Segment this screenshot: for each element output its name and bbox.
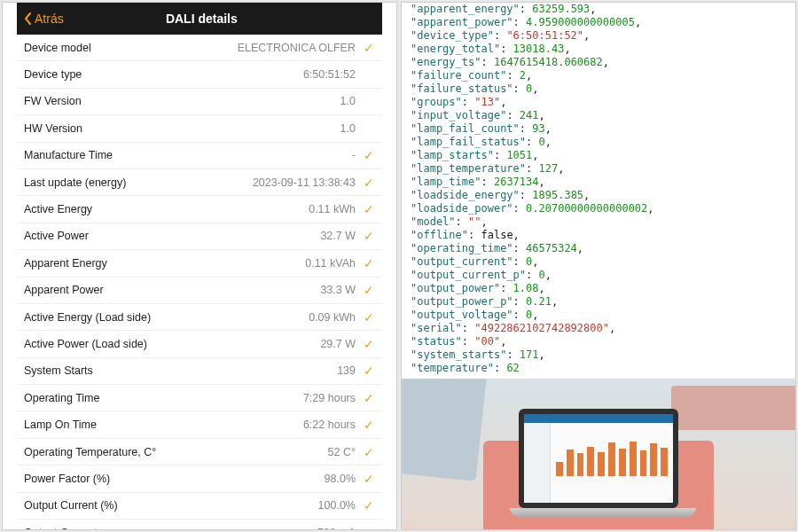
check-icon: ✓: [363, 149, 375, 161]
check-icon: ✓: [363, 499, 375, 512]
check-icon: ✓: [363, 176, 375, 189]
detail-row[interactable]: Operating Temperature, C°52 C°✓: [17, 439, 382, 466]
check-icon: ✓: [363, 527, 375, 530]
chart-bar: [577, 453, 584, 476]
detail-label: Power Factor (%): [24, 473, 325, 485]
chart-bar: [587, 447, 594, 476]
detail-row[interactable]: Apparent Power33.3 W✓: [17, 278, 382, 304]
detail-row[interactable]: FW Version1.0: [17, 89, 382, 115]
detail-value: 33.3 W: [320, 284, 356, 296]
detail-value: 29.7 W: [320, 338, 356, 350]
detail-row[interactable]: Power Factor (%)98.0%✓: [17, 466, 382, 492]
detail-value: 0.11 kVAh: [305, 257, 356, 270]
check-icon: ✓: [363, 446, 375, 458]
detail-value: 32.7 W: [320, 230, 356, 242]
chart-bar: [630, 442, 637, 476]
detail-label: System Starts: [24, 364, 337, 377]
decor-cube: [402, 379, 487, 481]
decor-block: [671, 386, 795, 430]
detail-label: Last update (energy): [24, 176, 253, 189]
check-icon: ✓: [363, 419, 375, 431]
detail-label: Device type: [24, 68, 303, 81]
check-icon: ✓: [363, 392, 375, 404]
page-title: DALI details: [28, 12, 375, 26]
chart-bar: [567, 450, 574, 476]
detail-label: Operating Temperature, C°: [24, 446, 328, 458]
check-icon: ✓: [363, 42, 375, 54]
detail-row[interactable]: System Starts139✓: [17, 358, 382, 385]
detail-value: 100.0%: [318, 499, 356, 512]
check-icon: ✓: [363, 473, 375, 485]
detail-label: Active Power (Load side): [24, 338, 320, 350]
detail-row[interactable]: Apparent Energy0.11 kVAh✓: [17, 250, 382, 277]
chart-bar: [661, 448, 668, 476]
check-icon: ✓: [363, 364, 375, 377]
detail-value: 52 C°: [328, 446, 356, 458]
detail-row[interactable]: Output Current700 mA✓: [17, 520, 382, 530]
detail-label: Active Power: [24, 230, 320, 242]
detail-value: 1.0: [340, 122, 356, 135]
json-code: "apparent_energy": 63259.593, "apparent_…: [402, 3, 795, 379]
laptop-screen: [519, 409, 678, 508]
detail-label: Active Energy: [24, 203, 309, 215]
detail-row[interactable]: Active Power (Load side)29.7 W✓: [17, 331, 382, 357]
laptop-chart-bars: [556, 428, 668, 476]
detail-row[interactable]: Operating Time7:29 hours✓: [17, 385, 382, 411]
detail-label: Lamp On Time: [24, 419, 303, 431]
chart-bar: [619, 449, 626, 476]
check-icon: ✓: [363, 203, 375, 215]
detail-label: Output Current (%): [24, 499, 318, 512]
chart-bar: [556, 462, 563, 476]
detail-value: -: [352, 149, 356, 161]
check-icon: ✓: [363, 311, 375, 324]
detail-label: Output Current: [24, 527, 317, 530]
detail-value: 98.0%: [325, 473, 356, 485]
detail-row[interactable]: Active Power32.7 W✓: [17, 223, 382, 250]
detail-value: 700 mA: [317, 527, 356, 530]
detail-value: 1.0: [340, 95, 356, 107]
check-icon: ✓: [363, 257, 375, 270]
detail-row[interactable]: Device modelELECTRONICA OLFER✓: [17, 35, 382, 61]
detail-label: HW Version: [24, 122, 340, 135]
detail-value: 0.11 kWh: [309, 203, 356, 215]
details-list: Device modelELECTRONICA OLFER✓Device typ…: [17, 35, 382, 530]
check-icon: ✓: [363, 338, 375, 350]
laptop-illustration: [402, 379, 795, 529]
chart-bar: [608, 442, 615, 476]
detail-label: FW Version: [24, 95, 340, 107]
detail-value: 139: [337, 364, 356, 377]
laptop-screen-topbar: [524, 414, 673, 423]
check-icon: ✓: [363, 230, 375, 242]
detail-row[interactable]: Manufacture Time-✓: [17, 143, 382, 169]
detail-label: Active Energy (Load side): [24, 311, 309, 324]
laptop: [510, 409, 687, 517]
laptop-screen-sidebar: [524, 423, 551, 503]
detail-label: Operating Time: [24, 392, 303, 404]
detail-row[interactable]: Active Energy (Load side)0.09 kWh✓: [17, 304, 382, 331]
chart-bar: [598, 452, 605, 476]
chart-bar: [640, 450, 647, 476]
mobile-panel: Atrás DALI details Device modelELECTRONI…: [2, 2, 397, 530]
detail-label: Device model: [24, 42, 238, 54]
detail-row[interactable]: Last update (energy)2023-09-11 13:38:43✓: [17, 169, 382, 196]
detail-label: Apparent Energy: [24, 257, 305, 270]
detail-value: 6:50:51:52: [303, 68, 356, 81]
detail-label: Manufacture Time: [24, 149, 352, 161]
detail-row[interactable]: Output Current (%)100.0%✓: [17, 493, 382, 520]
detail-row[interactable]: Active Energy0.11 kWh✓: [17, 196, 382, 223]
mobile-inner: Atrás DALI details Device modelELECTRONI…: [17, 3, 382, 529]
detail-value: ELECTRONICA OLFER: [238, 42, 356, 54]
detail-row[interactable]: Device type6:50:51:52: [17, 61, 382, 88]
detail-value: 6:22 hours: [303, 419, 356, 431]
detail-value: 7:29 hours: [303, 392, 356, 404]
detail-row[interactable]: HW Version1.0: [17, 115, 382, 142]
detail-row[interactable]: Lamp On Time6:22 hours✓: [17, 411, 382, 438]
check-icon: ✓: [363, 284, 375, 296]
chart-bar: [650, 443, 657, 476]
header-bar: Atrás DALI details: [17, 3, 382, 35]
detail-label: Apparent Power: [24, 284, 320, 296]
json-panel: "apparent_energy": 63259.593, "apparent_…: [401, 2, 796, 530]
detail-value: 0.09 kWh: [309, 311, 356, 324]
laptop-base: [510, 508, 696, 517]
detail-value: 2023-09-11 13:38:43: [253, 176, 356, 189]
